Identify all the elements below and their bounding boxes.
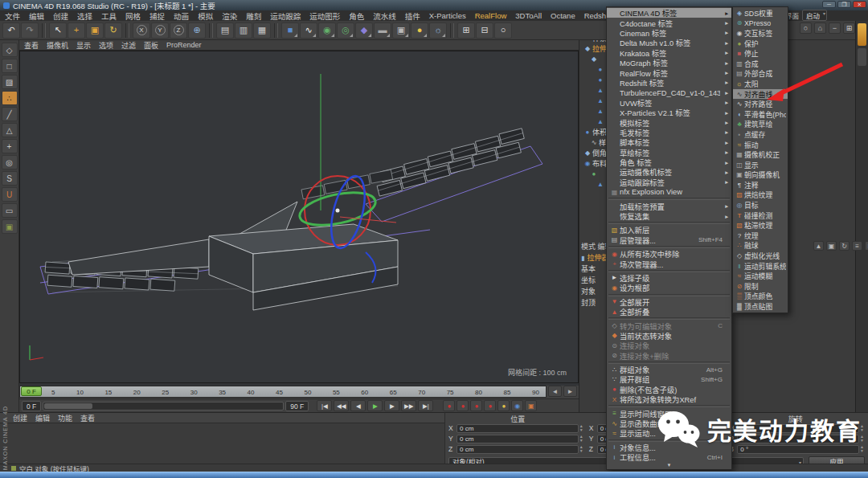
submenu-item[interactable]: ≈ 运动模糊 bbox=[733, 271, 788, 281]
spinner[interactable]: ▲▼ bbox=[579, 424, 584, 432]
render-settings-icon[interactable]: ▦ bbox=[253, 22, 271, 39]
material-menu-item[interactable]: 查看 bbox=[80, 413, 95, 423]
context-menu-item[interactable]: Krakatoa 标签 ► bbox=[607, 48, 731, 58]
viewport-menu-item[interactable]: ProRender bbox=[166, 41, 202, 49]
context-menu-item[interactable]: 毛发标签 ► bbox=[607, 128, 731, 137]
position-field[interactable]: 0 cm bbox=[457, 435, 579, 443]
menu-item[interactable]: 运动图形 bbox=[309, 10, 340, 22]
context-menu-item[interactable]: 加载标签预置 ► bbox=[607, 201, 731, 210]
goto-end-button[interactable]: ▶| bbox=[418, 400, 433, 411]
menu-item[interactable]: 3DToAll bbox=[515, 11, 542, 20]
side-tab-active[interactable] bbox=[858, 23, 866, 46]
next-frame-button[interactable]: ▶ bbox=[384, 400, 399, 411]
menu-item[interactable]: 雕刻 bbox=[246, 10, 261, 22]
live-selection-icon[interactable]: ↖ bbox=[49, 22, 67, 39]
display-filter-icon[interactable]: ⊞ bbox=[457, 22, 475, 39]
spinner[interactable]: ▲▼ bbox=[579, 445, 584, 453]
close-button[interactable]: ✕ bbox=[853, 1, 866, 8]
context-menu-item[interactable]: ▼ 全部展开 ► bbox=[607, 297, 731, 307]
make-editable-icon[interactable]: ◇ bbox=[2, 43, 18, 57]
scale-tool-icon[interactable]: ▣ bbox=[86, 22, 104, 39]
context-menu-item[interactable]: ◉ 设为根部 ► bbox=[607, 283, 731, 292]
move-tool-icon[interactable]: + bbox=[68, 22, 85, 39]
context-menu-item[interactable]: ⊘ 连接对象+删除 ► bbox=[607, 351, 731, 361]
context-menu-item[interactable]: ● 删除(不包含子级) ► bbox=[607, 385, 731, 394]
goto-start-button[interactable]: |◀ bbox=[317, 400, 332, 411]
config-icon[interactable]: ⊟ bbox=[865, 241, 868, 251]
edges-mode-icon[interactable]: ╱ bbox=[2, 107, 18, 121]
context-menu-item[interactable]: ▦ nfx Explosion View ► bbox=[607, 187, 731, 197]
model-mode-icon[interactable]: □ bbox=[2, 59, 18, 73]
menu-item[interactable]: 渲染 bbox=[222, 10, 237, 22]
default-light-icon[interactable]: ○ bbox=[494, 22, 512, 39]
context-menu-item[interactable]: 脚本标签 ► bbox=[607, 137, 731, 147]
submenu-item[interactable]: ▧ 粘滞纹理 bbox=[733, 220, 788, 231]
timeline-playhead[interactable]: 0 F bbox=[21, 386, 42, 396]
toolbar-icon[interactable] bbox=[125, 23, 129, 38]
enable-axis-icon[interactable]: + bbox=[2, 139, 18, 153]
context-menu-item[interactable]: ◇ 转为可编辑对象 C ► bbox=[607, 321, 731, 330]
filter-icon[interactable]: ≡ bbox=[852, 241, 862, 251]
context-menu-item[interactable]: ► 选择子级 ► bbox=[607, 273, 731, 283]
prev-key-button[interactable]: ◀◀ bbox=[334, 400, 349, 411]
material-menu-item[interactable]: 功能 bbox=[58, 413, 72, 423]
y-axis-toggle[interactable]: Y bbox=[151, 22, 169, 39]
submenu-item[interactable]: ? 纹理 bbox=[733, 231, 788, 241]
toolbar-icon[interactable] bbox=[450, 23, 454, 38]
prev-frame-button[interactable]: ◀ bbox=[350, 400, 366, 411]
magnet-icon[interactable]: U bbox=[2, 187, 18, 202]
context-menu-item[interactable]: 运动摄像机标签 ► bbox=[607, 167, 731, 177]
menu-item[interactable]: Octane bbox=[551, 11, 575, 20]
redo-icon[interactable]: ↷ bbox=[21, 22, 39, 39]
position-field[interactable]: 0 cm bbox=[457, 445, 579, 454]
range-slider-handle[interactable] bbox=[44, 403, 92, 409]
context-menu-item[interactable]: C4doctane 标签 ► bbox=[607, 18, 731, 27]
current-frame-field[interactable]: 0 F bbox=[22, 401, 41, 411]
submenu-item[interactable]: ▣ 朝向摄像机 bbox=[733, 170, 788, 181]
submenu-item[interactable]: ¶ 注释 bbox=[733, 180, 788, 190]
prev-marker-icon[interactable]: ◄ bbox=[548, 386, 562, 397]
menu-item[interactable]: 编辑 bbox=[29, 10, 44, 22]
menu-item[interactable]: 选择 bbox=[77, 10, 92, 22]
context-menu-item[interactable]: 运动跟踪标签 ► bbox=[607, 178, 731, 187]
viewport-solo-icon[interactable]: ◎ bbox=[2, 155, 18, 170]
submenu-item[interactable]: ≈ 振动 bbox=[733, 140, 788, 150]
frame-range-slider[interactable] bbox=[43, 402, 284, 411]
submenu-item[interactable]: ‖ 运动剪辑系统 bbox=[733, 261, 788, 272]
context-menu-item[interactable]: TurbulenceFD_C4D_v1-0_1435 标签 ► bbox=[607, 88, 731, 97]
menu-item[interactable]: 文件 bbox=[5, 10, 20, 22]
x-axis-toggle[interactable]: X bbox=[133, 22, 150, 39]
keyframe-selection-button[interactable]: ◉ bbox=[511, 400, 523, 411]
context-menu-item[interactable]: MoGraph 标签 ► bbox=[607, 58, 731, 67]
next-key-button[interactable]: ▶▶ bbox=[401, 400, 416, 411]
material-menu-item[interactable]: 编辑 bbox=[35, 413, 50, 423]
menu-item[interactable]: 模拟 bbox=[198, 10, 213, 22]
context-menu-item[interactable]: 恢复选集 ► bbox=[607, 211, 731, 221]
array-icon[interactable]: ◎ bbox=[337, 22, 354, 39]
context-menu-item[interactable]: ∴ 群组对象 Alt+G ► bbox=[607, 365, 731, 374]
toolbar-icon[interactable] bbox=[209, 23, 213, 38]
context-menu-item[interactable]: ∵ 展开群组 Shift+G ► bbox=[607, 374, 731, 384]
context-menu-item[interactable]: Delta Mush v1.0 标签 ► bbox=[607, 38, 731, 47]
context-menu-item[interactable]: + 场次管理器... ► bbox=[607, 259, 731, 268]
lock-workplane-icon[interactable]: ▣ bbox=[2, 219, 18, 234]
submenu-item[interactable]: ▓ 顶点贴图 bbox=[733, 301, 788, 312]
context-menu-item[interactable]: ⊙ 连接对象 ► bbox=[607, 341, 731, 350]
material-menu-item[interactable]: 创建 bbox=[13, 413, 27, 423]
record-button[interactable]: ● bbox=[443, 400, 455, 411]
pla-button[interactable]: ▣ bbox=[525, 400, 537, 411]
deformer-icon[interactable]: ◆ bbox=[355, 22, 373, 39]
submenu-item[interactable]: ◇ 虚拟化光线 bbox=[733, 251, 788, 261]
context-menu-item[interactable]: ▤ 层管理器... Shift+F4 ► bbox=[607, 235, 731, 245]
render-picture-viewer-icon[interactable]: ▥ bbox=[235, 22, 252, 39]
points-mode-icon[interactable]: ∴ bbox=[2, 91, 18, 105]
autokey-button[interactable]: ● bbox=[497, 400, 510, 411]
menu-item[interactable]: 插件 bbox=[405, 10, 420, 22]
keyframe-rotation-toggle[interactable]: ● bbox=[484, 400, 496, 411]
menu-item[interactable]: 运动跟踪 bbox=[270, 10, 301, 22]
floor-icon[interactable]: ▬ bbox=[374, 22, 391, 39]
context-menu-item[interactable]: ◉ 从所有场次中移除 ► bbox=[607, 249, 731, 259]
submenu-item[interactable]: ▨ 烘焙纹理 bbox=[733, 190, 788, 201]
submenu-item[interactable]: ∴ 融球 bbox=[733, 241, 788, 251]
z-axis-toggle[interactable]: Z bbox=[170, 22, 187, 39]
